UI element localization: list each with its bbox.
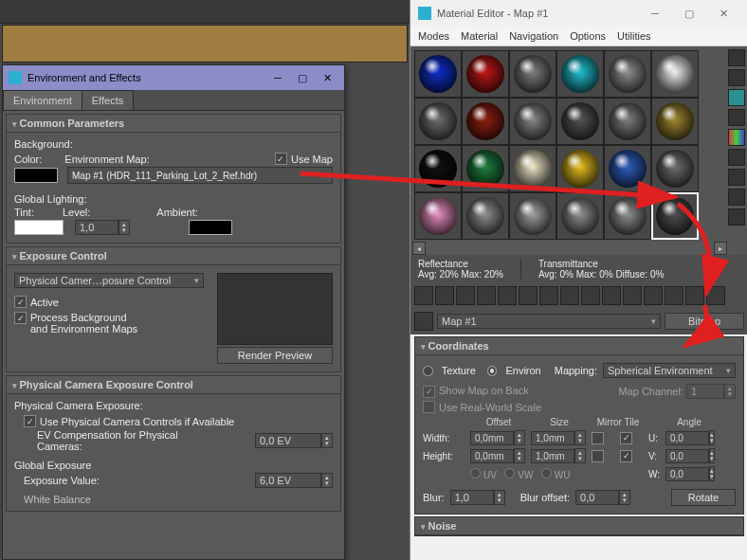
material-slot[interactable]	[651, 145, 699, 192]
blur-spinner[interactable]: 1,0	[450, 490, 505, 505]
material-slot[interactable]	[414, 50, 462, 98]
material-slot[interactable]	[414, 98, 462, 145]
material-slot[interactable]	[509, 145, 556, 192]
material-slot[interactable]	[604, 50, 651, 98]
panel-coords-header[interactable]: Coordinates	[415, 337, 743, 355]
tool-icon[interactable]	[581, 286, 600, 305]
menu-navigation[interactable]: Navigation	[509, 30, 558, 42]
u-angle[interactable]: 0,0	[665, 430, 713, 445]
side-tool-icon[interactable]	[728, 109, 745, 126]
side-tool-icon[interactable]	[728, 149, 745, 166]
map-name-dropdown[interactable]: Map #1	[437, 314, 661, 329]
width-size[interactable]: 1,0mm	[531, 430, 588, 445]
material-slot[interactable]	[509, 98, 556, 145]
level-spinner[interactable]: 1,0	[75, 220, 130, 235]
height-tile[interactable]	[620, 450, 632, 462]
w-angle[interactable]: 0,0	[665, 466, 713, 481]
material-slot[interactable]	[462, 98, 509, 145]
height-offset[interactable]: 0,0mm	[470, 448, 527, 463]
tab-environment[interactable]: Environment	[3, 90, 82, 110]
tool-icon[interactable]	[414, 286, 433, 305]
panel-exposure-header[interactable]: Exposure Control	[7, 247, 340, 265]
use-physical-camera-checkbox[interactable]	[24, 415, 36, 427]
width-offset[interactable]: 0,0mm	[470, 430, 527, 445]
ev-comp-spinner[interactable]: 0,0 EV	[255, 433, 333, 448]
width-mirror[interactable]	[592, 432, 604, 444]
material-slot[interactable]	[509, 192, 556, 240]
ambient-swatch[interactable]	[189, 220, 232, 235]
side-tool-icon[interactable]	[728, 129, 745, 146]
texture-radio[interactable]	[423, 366, 433, 376]
tint-swatch[interactable]	[14, 220, 64, 235]
material-slot[interactable]	[604, 192, 651, 240]
material-slot[interactable]	[556, 145, 604, 192]
material-slot[interactable]	[556, 50, 604, 98]
material-scroll-h[interactable]: ◂ ▸	[410, 242, 729, 255]
render-preview-button[interactable]: Render Preview	[217, 347, 333, 364]
maximize-button[interactable]: ▢	[291, 70, 314, 85]
side-tool-icon[interactable]	[728, 69, 745, 86]
side-tool-icon[interactable]	[728, 89, 745, 106]
minimize-button[interactable]: ─	[638, 4, 672, 23]
menu-material[interactable]: Material	[461, 30, 498, 42]
tool-icon[interactable]	[602, 286, 621, 305]
panel-noise-header[interactable]: Noise	[415, 517, 743, 535]
material-slot[interactable]	[509, 50, 556, 98]
scroll-left-icon[interactable]: ◂	[412, 242, 426, 255]
tool-icon[interactable]	[498, 286, 517, 305]
side-tool-icon[interactable]	[728, 49, 745, 66]
maximize-button[interactable]: ▢	[672, 4, 706, 23]
material-slot[interactable]	[462, 145, 509, 192]
side-tool-icon[interactable]	[728, 169, 745, 186]
material-slot[interactable]	[651, 192, 699, 240]
tool-icon[interactable]	[623, 286, 642, 305]
width-tile[interactable]	[620, 432, 632, 444]
tool-icon[interactable]	[644, 286, 663, 305]
exposure-control-dropdown[interactable]: Physical Camer…posure Control	[14, 273, 204, 288]
tool-icon[interactable]	[560, 286, 579, 305]
exposure-value-spinner[interactable]: 6,0 EV	[255, 473, 333, 488]
environ-radio[interactable]	[487, 366, 498, 376]
tool-icon[interactable]	[519, 286, 537, 305]
mapping-dropdown[interactable]: Spherical Environment	[603, 363, 736, 378]
panel-common-header[interactable]: Common Parameters	[7, 115, 340, 133]
tool-icon[interactable]	[539, 286, 558, 305]
real-world-checkbox[interactable]	[423, 401, 435, 413]
height-size[interactable]: 1,0mm	[531, 448, 588, 463]
material-slot[interactable]	[414, 192, 462, 240]
env-titlebar[interactable]: Environment and Effects ─ ▢ ✕	[3, 65, 344, 90]
side-tool-icon[interactable]	[728, 189, 745, 206]
tool-icon[interactable]	[685, 286, 704, 305]
side-tool-icon[interactable]	[728, 208, 745, 226]
material-slot[interactable]	[651, 98, 699, 145]
tool-icon[interactable]	[665, 286, 683, 305]
material-slot[interactable]	[462, 192, 509, 240]
show-map-checkbox[interactable]	[423, 386, 435, 398]
minimize-button[interactable]: ─	[266, 70, 289, 85]
pick-icon[interactable]	[414, 312, 433, 331]
v-angle[interactable]: 0,0	[665, 448, 713, 463]
material-slot[interactable]	[556, 192, 604, 240]
active-checkbox[interactable]	[14, 296, 27, 308]
trash-icon[interactable]	[477, 286, 496, 305]
map-type-button[interactable]: Bitmap	[665, 313, 744, 330]
process-bg-checkbox[interactable]	[14, 312, 27, 324]
tool-icon[interactable]	[456, 286, 475, 305]
material-slot[interactable]	[604, 145, 651, 192]
background-color-swatch[interactable]	[14, 168, 58, 183]
close-button[interactable]: ✕	[706, 4, 740, 23]
height-mirror[interactable]	[592, 450, 604, 462]
material-slot[interactable]	[462, 50, 509, 98]
material-slot[interactable]	[604, 98, 651, 145]
scroll-right-icon[interactable]: ▸	[714, 242, 727, 255]
environment-map-button[interactable]: Map #1 (HDR_111_Parking_Lot_2_Ref.hdr)	[67, 167, 333, 184]
close-button[interactable]: ✕	[316, 70, 338, 85]
material-slot[interactable]	[651, 50, 699, 98]
rotate-button[interactable]: Rotate	[671, 489, 736, 506]
material-slot[interactable]	[556, 98, 604, 145]
tool-icon[interactable]	[706, 286, 725, 305]
menu-modes[interactable]: Modes	[418, 30, 449, 42]
menu-options[interactable]: Options	[570, 30, 606, 42]
tool-icon[interactable]	[435, 286, 454, 305]
panel-physical-header[interactable]: Physical Camera Exposure Control	[7, 376, 340, 394]
